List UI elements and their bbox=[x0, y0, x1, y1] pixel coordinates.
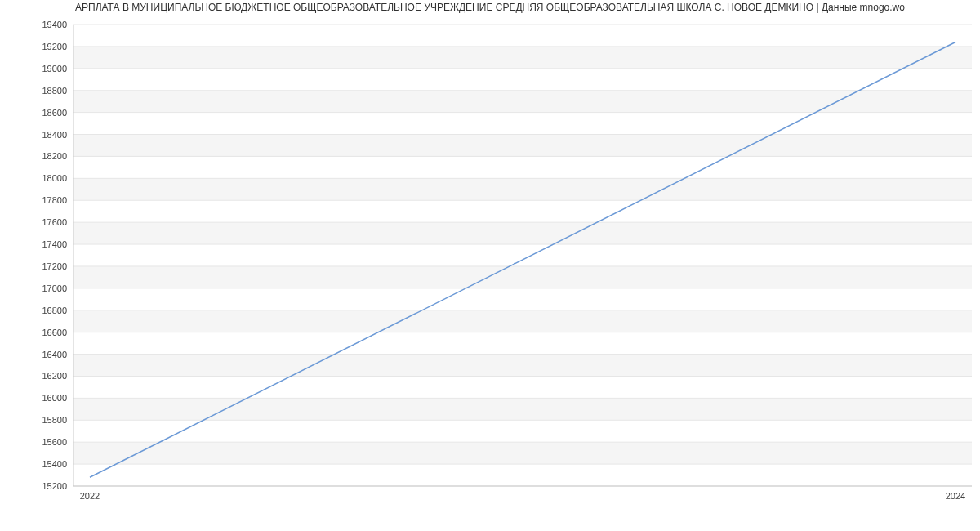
y-tick-label: 15800 bbox=[42, 415, 67, 425]
y-tick-label: 16200 bbox=[42, 371, 67, 381]
y-tick-label: 18600 bbox=[42, 108, 67, 118]
svg-rect-4 bbox=[74, 266, 972, 288]
y-tick-label: 16600 bbox=[42, 328, 67, 337]
salary-line-chart: АРПЛАТА В МУНИЦИПАЛЬНОЕ БЮДЖЕТНОЕ ОБЩЕОБ… bbox=[0, 0, 980, 531]
y-tick-label: 19400 bbox=[42, 20, 67, 29]
y-tick-label: 16400 bbox=[42, 350, 67, 359]
y-tick-label: 15200 bbox=[42, 481, 67, 491]
x-tick-label: 2024 bbox=[946, 491, 965, 501]
y-tick-label: 18400 bbox=[42, 130, 67, 140]
y-tick-label: 17400 bbox=[42, 239, 67, 249]
y-tick-label: 18200 bbox=[42, 151, 67, 161]
y-tick-label: 17000 bbox=[42, 283, 67, 293]
y-tick-label: 17600 bbox=[42, 217, 67, 227]
y-tick-label: 19000 bbox=[42, 64, 67, 74]
plot-area: 1520015400156001580016000162001640016600… bbox=[74, 25, 972, 486]
plot-svg: 1520015400156001580016000162001640016600… bbox=[74, 25, 972, 486]
svg-rect-6 bbox=[74, 178, 972, 200]
svg-rect-2 bbox=[74, 355, 972, 377]
x-tick-label: 2022 bbox=[80, 491, 100, 501]
svg-rect-7 bbox=[74, 135, 972, 157]
y-tick-label: 17200 bbox=[42, 261, 67, 271]
y-tick-label: 15600 bbox=[42, 437, 67, 447]
y-tick-label: 18000 bbox=[42, 173, 67, 183]
y-tick-label: 16800 bbox=[42, 306, 67, 315]
y-tick-label: 17800 bbox=[42, 195, 67, 205]
y-tick-label: 15400 bbox=[42, 459, 67, 469]
svg-rect-3 bbox=[74, 310, 972, 332]
svg-rect-0 bbox=[74, 442, 972, 464]
y-tick-label: 18800 bbox=[42, 86, 67, 96]
chart-title: АРПЛАТА В МУНИЦИПАЛЬНОЕ БЮДЖЕТНОЕ ОБЩЕОБ… bbox=[0, 2, 980, 13]
y-tick-label: 19200 bbox=[42, 42, 67, 51]
svg-rect-9 bbox=[74, 47, 972, 69]
svg-rect-1 bbox=[74, 398, 972, 420]
y-tick-label: 16000 bbox=[42, 393, 67, 403]
svg-rect-5 bbox=[74, 222, 972, 244]
